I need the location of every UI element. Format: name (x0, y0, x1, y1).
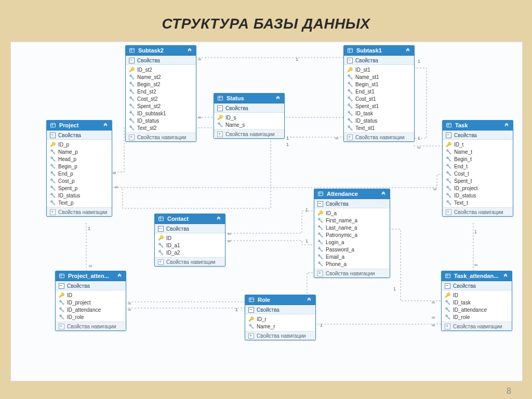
key-icon: 🔑 (50, 142, 56, 147)
properties-section[interactable]: Свойства (442, 281, 512, 290)
collapse-icon[interactable] (59, 283, 64, 289)
collapse-icon[interactable] (445, 283, 450, 289)
properties-section[interactable]: Свойства (314, 199, 390, 208)
nav-properties-section[interactable]: Свойства навигации (314, 269, 390, 277)
entity-task[interactable]: TaskСвойства🔑ID_t🔧Name_t🔧Begin_t🔧End_t🔧C… (442, 120, 513, 217)
field-row: 🔧Text_st1 (344, 124, 414, 131)
nav-properties-section[interactable]: Свойства навигации (443, 207, 513, 216)
wrench-icon: 🔧 (317, 225, 323, 230)
chevron-up-icon[interactable] (187, 47, 193, 54)
expand-icon[interactable] (317, 271, 323, 276)
properties-section[interactable]: Свойства (155, 224, 225, 233)
entity-contact[interactable]: ContactСвойства🔑ID🔧ID_a1🔧ID_a2Свойства н… (154, 214, 225, 267)
wrench-icon: 🔧 (129, 96, 135, 101)
svg-rect-27 (446, 274, 450, 278)
table-icon (446, 122, 452, 128)
wrench-icon: 🔧 (347, 118, 353, 123)
field-name: First_name_a (326, 218, 357, 223)
expand-icon[interactable] (445, 324, 450, 329)
nav-properties-section[interactable]: Свойства навигации (47, 207, 112, 216)
entity-header[interactable]: Role (245, 295, 315, 305)
entity-header[interactable]: Subtask1 (344, 46, 414, 56)
cardinality-label: 1 (88, 226, 90, 231)
field-name: Cost_st1 (355, 96, 376, 102)
entity-attendance[interactable]: AttendanceСвойства🔑ID_a🔧First_name_a🔧Las… (314, 189, 390, 278)
entity-title: Project (59, 122, 99, 128)
entity-subtask2[interactable]: Subtask2Свойства🔑ID_st2🔧Name_st2🔧Begin_s… (125, 45, 196, 142)
collapse-icon[interactable] (347, 58, 353, 63)
entity-subtask1[interactable]: Subtask1Свойства🔑ID_st1🔧Name_st1🔧Begin_s… (343, 45, 415, 142)
entity-header[interactable]: Subtask2 (126, 46, 196, 56)
expand-icon[interactable] (347, 135, 353, 140)
chevron-up-icon[interactable] (306, 297, 312, 303)
key-icon: 🔑 (445, 292, 450, 298)
field-row: 🔧Spent_p (47, 184, 112, 192)
entity-project[interactable]: ProjectСвойства🔑ID_p🔧Name_p🔧Head_p🔧Begin… (46, 120, 112, 217)
chevron-up-icon[interactable] (380, 191, 387, 197)
entity-header[interactable]: Contact (155, 214, 225, 224)
entity-header[interactable]: Project_atten... (56, 271, 126, 281)
entity-role[interactable]: RoleСвойства🔑ID_r🔧Name_rСвойства навигац… (245, 295, 316, 340)
expand-icon[interactable] (217, 131, 223, 137)
relationship-line (224, 211, 314, 233)
table-icon (217, 95, 223, 101)
collapse-icon[interactable] (217, 105, 223, 111)
expand-icon[interactable] (50, 209, 56, 215)
entity-header[interactable]: Task (443, 121, 513, 130)
field-row: 🔧Name_s (214, 121, 284, 128)
collapse-icon[interactable] (446, 132, 451, 138)
expand-icon[interactable] (59, 324, 64, 329)
nav-properties-section[interactable]: Свойства навигации (56, 322, 126, 330)
entity-project_atten[interactable]: Project_atten...Свойства🔑ID🔧ID_project🔧I… (55, 271, 126, 331)
chevron-up-icon[interactable] (116, 273, 123, 279)
field-name: Text_st2 (137, 125, 156, 131)
field-row: 🔧Phone_a (314, 260, 390, 268)
expand-icon[interactable] (129, 135, 135, 140)
entity-status[interactable]: StatusСвойства🔑ID_s🔧Name_sСвойства навиг… (214, 93, 285, 139)
chevron-up-icon[interactable] (503, 122, 510, 128)
field-name: Spent_st1 (355, 103, 379, 109)
entity-header[interactable]: Attendance (314, 189, 390, 199)
entity-task_attendance[interactable]: Task_attendan...Свойства🔑ID🔧ID_task🔧ID_a… (441, 271, 512, 331)
nav-properties-section[interactable]: Свойства навигации (214, 129, 284, 138)
chevron-up-icon[interactable] (502, 273, 509, 279)
nav-properties-section[interactable]: Свойства навигации (155, 257, 225, 266)
properties-section[interactable]: Свойства (245, 305, 315, 314)
collapse-icon[interactable] (248, 307, 254, 313)
fields-list: 🔑ID_s🔧Name_s (214, 113, 284, 129)
entity-header[interactable]: Task_attendan... (442, 271, 512, 281)
properties-section[interactable]: Свойства (126, 56, 196, 65)
nav-properties-section[interactable]: Свойства навигации (442, 322, 512, 330)
field-name: ID (166, 235, 171, 241)
wrench-icon: 🔧 (248, 324, 254, 329)
properties-section[interactable]: Свойства (214, 103, 284, 113)
expand-icon[interactable] (248, 333, 254, 339)
cardinality-label: 1 (418, 59, 420, 64)
chevron-up-icon[interactable] (216, 216, 222, 222)
expand-icon[interactable] (158, 259, 164, 265)
entity-header[interactable]: Status (214, 94, 284, 103)
collapse-icon[interactable] (50, 132, 56, 138)
properties-section[interactable]: Свойства (443, 130, 513, 140)
fields-list: 🔑ID🔧ID_a1🔧ID_a2 (155, 233, 225, 257)
properties-section[interactable]: Свойства (344, 56, 414, 65)
nav-properties-section[interactable]: Свойства навигации (126, 132, 196, 141)
chevron-up-icon[interactable] (102, 122, 109, 128)
collapse-icon[interactable] (129, 58, 135, 63)
field-name: ID_status (454, 193, 476, 198)
entity-header[interactable]: Project (47, 121, 112, 130)
field-row: 🔧Spent_st1 (344, 102, 414, 110)
svg-rect-15 (159, 217, 164, 221)
nav-properties-section[interactable]: Свойства навигации (245, 331, 315, 340)
collapse-icon[interactable] (158, 226, 164, 232)
chevron-up-icon[interactable] (275, 95, 281, 101)
expand-icon[interactable] (446, 209, 451, 215)
field-name: Begin_p (58, 164, 77, 169)
nav-properties-section[interactable]: Свойства навигации (344, 132, 414, 141)
properties-section[interactable]: Свойства (47, 130, 112, 140)
collapse-icon[interactable] (317, 201, 323, 207)
chevron-up-icon[interactable] (405, 47, 411, 54)
field-name: Name_st2 (137, 74, 161, 80)
properties-section[interactable]: Свойства (56, 281, 126, 290)
field-name: Text_p (58, 200, 73, 206)
